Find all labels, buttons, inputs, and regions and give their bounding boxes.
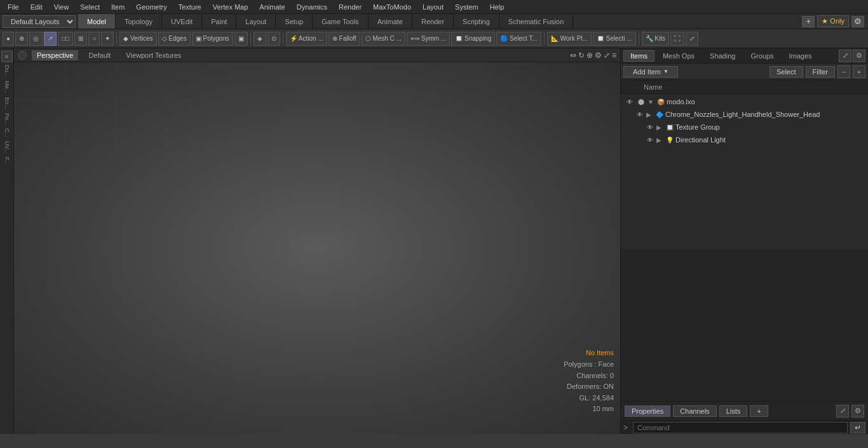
action-btn[interactable]: ⚡ Action ...	[286, 32, 327, 46]
items-add-btn[interactable]: +	[853, 65, 865, 78]
left-label-mesh[interactable]: Me...	[4, 79, 10, 95]
tab-animate[interactable]: Animate	[369, 14, 412, 29]
eye-icon-texture[interactable]: 👁	[645, 122, 655, 132]
left-label-dup[interactable]: Du...	[4, 64, 10, 78]
mode-btn[interactable]: ▣	[234, 32, 248, 46]
tab-meshops[interactable]: Mesh Ops	[656, 50, 702, 62]
command-enter-btn[interactable]: ↵	[850, 422, 865, 433]
expand-icon-modo[interactable]: ▼	[648, 98, 655, 105]
layout-dropdown[interactable]: Default Layouts	[3, 15, 76, 28]
menu-select[interactable]: Select	[75, 2, 105, 12]
eye-icon2-modo[interactable]: ⬤	[636, 97, 646, 107]
expand-icon-chrome[interactable]: ▶	[646, 111, 654, 118]
arrow-tool-btn[interactable]: ↗	[44, 32, 57, 46]
left-label-pol[interactable]: Po...	[4, 112, 10, 126]
selecti-btn[interactable]: 🔲 Selecti ...	[593, 32, 636, 46]
vertices-btn[interactable]: ◆ Vertices	[119, 32, 156, 46]
dot-tool-btn[interactable]: ●	[3, 32, 14, 46]
expand-btn[interactable]: ⤢	[686, 32, 698, 46]
fullscreen-btn[interactable]: ⛶	[670, 32, 684, 46]
symm-btn[interactable]: ⟺ Symm ...	[407, 32, 450, 46]
viewport-tab-textures[interactable]: Viewport Textures	[121, 50, 186, 60]
panel-expand-btn[interactable]: ⤢	[839, 50, 851, 62]
menu-texture[interactable]: Texture	[173, 2, 207, 12]
tab-uvedit[interactable]: UVEdit	[162, 14, 202, 29]
tab-render[interactable]: Render	[412, 14, 454, 29]
viewport-canvas[interactable]: X Y Z No Items Polygons : Face Channels:…	[14, 62, 620, 434]
items-minus-btn[interactable]: −	[837, 65, 850, 78]
vp-icon-settings[interactable]: ⚙	[595, 51, 602, 60]
kits-btn[interactable]: 🔧 Kits	[642, 32, 669, 46]
meshc-btn[interactable]: ⬡ Mesh C ...	[362, 32, 405, 46]
tab-groups[interactable]: Groups	[743, 50, 780, 62]
vp-icon-camera[interactable]: ⇔	[570, 51, 576, 60]
settings-button[interactable]: ⚙	[851, 16, 864, 27]
bottom-settings-btn[interactable]: ⚙	[851, 405, 864, 417]
menu-geometry[interactable]: Geometry	[131, 2, 172, 12]
left-label-uv[interactable]: UV...	[4, 140, 10, 154]
polygons-btn[interactable]: ▣ Polygons	[192, 32, 233, 46]
vp-icon-expand[interactable]: ⤢	[604, 51, 610, 60]
viewport-dot[interactable]	[18, 51, 27, 60]
vp-icon-zoom[interactable]: ⊕	[587, 51, 593, 60]
tab-shading[interactable]: Shading	[703, 50, 742, 62]
eye-icon-chrome[interactable]: 👁	[635, 109, 645, 119]
tab-setup[interactable]: Setup	[276, 14, 313, 29]
vp-icon-menu[interactable]: ≡	[612, 51, 616, 60]
snap-btn[interactable]: ⊙	[268, 32, 280, 46]
tab-properties[interactable]: Properties	[625, 405, 670, 417]
viewport[interactable]: Perspective Default Viewport Textures ⇔ …	[14, 48, 620, 434]
viewport-tab-perspective[interactable]: Perspective	[32, 50, 78, 60]
eye-icon-light[interactable]: 👁	[645, 135, 655, 145]
tab-plus[interactable]: +	[750, 405, 768, 417]
workpl-btn[interactable]: 📐 Work Pl...	[547, 32, 592, 46]
menu-animate[interactable]: Animate	[254, 2, 290, 12]
menu-file[interactable]: File	[3, 2, 24, 12]
menu-vertexmap[interactable]: Vertex Map	[208, 2, 254, 12]
menu-maxtomodo[interactable]: MaxToModo	[368, 2, 416, 12]
eye-icon-modo[interactable]: 👁	[625, 97, 635, 107]
tab-images[interactable]: Images	[782, 50, 819, 62]
add-layout-button[interactable]: +	[802, 16, 815, 27]
left-label-f[interactable]: F...	[4, 156, 10, 166]
select-button[interactable]: Select	[770, 66, 803, 78]
snapping-btn[interactable]: 🔲 Snapping	[451, 32, 495, 46]
tab-layout[interactable]: Layout	[236, 14, 276, 29]
sym-btn[interactable]: ◈	[254, 32, 266, 46]
grid-tool-btn[interactable]: ⊞	[74, 32, 87, 46]
tab-items[interactable]: Items	[623, 50, 654, 62]
tab-topology[interactable]: Topology	[116, 14, 162, 29]
ring-tool-btn[interactable]: ○	[88, 32, 100, 46]
square-tool-btn[interactable]: □□	[58, 32, 73, 46]
menu-render[interactable]: Render	[334, 2, 367, 12]
tab-gametools[interactable]: Game Tools	[313, 14, 369, 29]
tab-scripting[interactable]: Scripting	[454, 14, 499, 29]
tab-schematic[interactable]: Schematic Fusion	[499, 14, 573, 29]
vp-icon-rotate[interactable]: ↻	[578, 51, 585, 60]
menu-item[interactable]: Item	[106, 2, 130, 12]
menu-system[interactable]: System	[450, 2, 484, 12]
globe-tool-btn[interactable]: ⊕	[15, 32, 28, 46]
add-item-button[interactable]: Add Item ▼	[623, 66, 678, 78]
tab-channels[interactable]: Channels	[673, 405, 716, 417]
menu-help[interactable]: Help	[485, 2, 510, 12]
star-only-button[interactable]: ★ Only	[817, 15, 849, 27]
tab-paint[interactable]: Paint	[202, 14, 236, 29]
scene-item-light[interactable]: 👁 ▶ 💡 Directional Light	[641, 133, 868, 146]
left-label-env[interactable]: En...	[4, 96, 10, 111]
menu-layout[interactable]: Layout	[417, 2, 449, 12]
scene-item-modo[interactable]: 👁 ⬤ ▼ 📦 modo.lxo	[621, 95, 868, 108]
menu-dynamics[interactable]: Dynamics	[292, 2, 332, 12]
menu-edit[interactable]: Edit	[25, 2, 48, 12]
edges-btn[interactable]: ◇ Edges	[158, 32, 191, 46]
tab-model[interactable]: Model	[78, 14, 116, 29]
scene-item-texture[interactable]: 👁 ▶ 🔲 Texture Group	[641, 121, 868, 133]
expand-icon-texture[interactable]: ▶	[656, 124, 664, 131]
panel-settings-btn[interactable]: ⚙	[853, 50, 865, 62]
command-input[interactable]	[633, 422, 848, 433]
falloff-btn[interactable]: ⊗ Falloff	[329, 32, 360, 46]
circle-tool-btn[interactable]: ◎	[29, 32, 43, 46]
left-btn-1[interactable]: ≡	[1, 51, 13, 62]
filter-button[interactable]: Filter	[806, 66, 835, 78]
viewport-tab-default[interactable]: Default	[83, 50, 116, 60]
